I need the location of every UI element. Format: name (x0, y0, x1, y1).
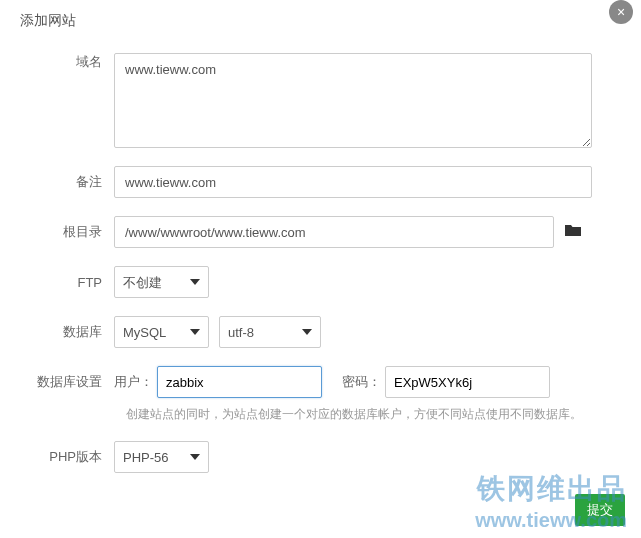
row-domain: 域名 (20, 53, 621, 148)
label-ftp: FTP (20, 275, 114, 290)
db-help-text: 创建站点的同时，为站点创建一个对应的数据库帐户，方便不同站点使用不同数据库。 (126, 406, 621, 423)
php-select[interactable]: PHP-56 (114, 441, 209, 473)
dialog-title: 添加网站 (0, 0, 641, 38)
close-icon[interactable]: × (609, 0, 633, 24)
domain-input[interactable] (114, 53, 592, 148)
label-db: 数据库 (20, 323, 114, 341)
label-remark: 备注 (20, 173, 114, 191)
add-site-form: 域名 备注 根目录 FTP 不创建 数据库 MySQL (0, 38, 641, 473)
row-db: 数据库 MySQL utf-8 (20, 316, 621, 348)
remark-input[interactable] (114, 166, 592, 198)
ftp-select[interactable]: 不创建 (114, 266, 209, 298)
label-db-set: 数据库设置 (20, 373, 114, 391)
row-db-set: 数据库设置 用户： 密码： (20, 366, 621, 398)
label-domain: 域名 (20, 53, 114, 71)
row-php: PHP版本 PHP-56 (20, 441, 621, 473)
db-engine-select[interactable]: MySQL (114, 316, 209, 348)
submit-button[interactable]: 提交 (575, 494, 625, 526)
folder-icon[interactable] (564, 223, 582, 241)
db-charset-select[interactable]: utf-8 (219, 316, 321, 348)
row-ftp: FTP 不创建 (20, 266, 621, 298)
submit-bar: 提交 (575, 494, 625, 526)
db-user-input[interactable] (157, 366, 322, 398)
row-remark: 备注 (20, 166, 621, 198)
pwd-label: 密码： (342, 373, 381, 391)
root-input[interactable] (114, 216, 554, 248)
label-root: 根目录 (20, 223, 114, 241)
label-php: PHP版本 (20, 448, 114, 466)
row-root: 根目录 (20, 216, 621, 248)
db-pwd-input[interactable] (385, 366, 550, 398)
user-label: 用户： (114, 373, 153, 391)
